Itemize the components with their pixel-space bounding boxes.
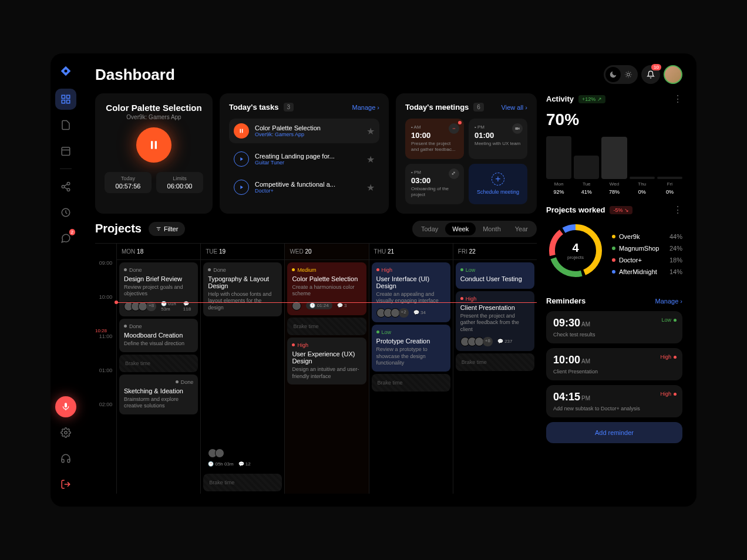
theme-light-button[interactable] (621, 67, 636, 82)
reminder-item[interactable]: Low 09:30AM Check test results (546, 311, 682, 343)
nav-dashboard[interactable] (55, 89, 76, 110)
calendar-event[interactable]: Done Typography & Layout Design Help wit… (203, 262, 282, 316)
timer-pause-button[interactable] (136, 127, 171, 163)
task-name: Competitive & functional a... (255, 181, 361, 188)
timer-limits-stat: Limits 06:00:00 (156, 172, 203, 193)
legend-dot (612, 247, 615, 250)
day-header: FRI 22 (453, 244, 537, 260)
meeting-item[interactable]: • PM 03:00 Onboarding of the project (405, 164, 464, 204)
star-icon[interactable]: ★ (366, 182, 375, 193)
reminder-item[interactable]: High 04:15PM Add new subtask to Doctor+ … (546, 385, 682, 417)
pause-icon[interactable] (234, 123, 249, 139)
reminders-manage-link[interactable]: Manage › (655, 298, 683, 305)
nav-settings[interactable] (55, 422, 76, 443)
activity-bar[interactable]: Thu 0% (630, 136, 655, 195)
calendar-event[interactable]: Low Prototype Creation Review a prototyp… (372, 325, 450, 372)
view-tab-year[interactable]: Year (508, 222, 535, 235)
projects-worked-section: Projects worked -5% ↘ ⋮ (546, 204, 682, 287)
reminder-priority: High (660, 354, 677, 360)
reminder-time: 10:00 (553, 354, 580, 366)
nav-share[interactable] (55, 176, 76, 197)
event-status: High (460, 296, 530, 302)
comment-icon: 💬 12 (238, 461, 251, 467)
svg-point-14 (627, 73, 630, 76)
activity-section: Activity +12% ↗ ⋮ 70% Mon 92% Tue 41% We… (546, 93, 682, 195)
meeting-item[interactable]: • PM 01:00 Meeting with UX team (469, 119, 527, 159)
nav-logout[interactable] (55, 474, 76, 495)
event-title: Conduct User Testing (460, 275, 530, 282)
meeting-item[interactable]: • AM 10:00 Present the project and gathe… (405, 119, 464, 159)
projects-worked-menu[interactable]: ⋮ (673, 204, 682, 215)
tasks-count: 3 (284, 103, 294, 112)
play-icon[interactable] (234, 151, 249, 167)
page-title: Dashboard (95, 66, 175, 84)
event-status: Done (208, 267, 277, 273)
calendar-event[interactable]: Done Moodboard Creation Define the visua… (119, 319, 198, 352)
filter-button[interactable]: Filter (149, 222, 185, 236)
nav-documents[interactable] (55, 114, 76, 136)
star-icon[interactable]: ★ (366, 154, 375, 165)
calendar-event[interactable]: Done Design Brief Review Review project … (119, 262, 198, 316)
calendar-event[interactable]: High Client Presentation Present the pro… (456, 291, 534, 351)
add-reminder-button[interactable]: Add reminder (546, 422, 682, 443)
svg-rect-25 (240, 129, 241, 133)
event-status: Low (376, 329, 446, 335)
reminder-time: 04:15 (553, 391, 580, 403)
calendar-event[interactable]: Low Conduct User Testing (456, 262, 534, 289)
meetings-viewall-link[interactable]: View all › (502, 104, 527, 111)
activity-bar[interactable]: Fri 0% (657, 136, 682, 195)
slack-icon (449, 168, 459, 179)
event-desc: Present the project and gather feedback … (460, 313, 530, 333)
task-item[interactable]: Creating Landing page for...Guitar Tuner… (229, 147, 379, 171)
view-tab-today[interactable]: Today (414, 222, 445, 235)
theme-dark-button[interactable] (605, 67, 621, 82)
timer-today-stat: Today 00:57:56 (105, 172, 152, 193)
meeting-desc: Present the project and gather feedbac..… (411, 141, 458, 153)
schedule-meeting-button[interactable]: + Schedule meeting (469, 164, 527, 204)
event-desc: Help with choose fonts and layout elemen… (208, 291, 277, 312)
project-legend-item: MagnumShop 24% (612, 245, 682, 252)
notifications-button[interactable]: 10 (641, 65, 660, 84)
tasks-manage-link[interactable]: Manage › (352, 104, 380, 111)
nav-support[interactable] (55, 448, 76, 469)
projects-donut: 4 projects (546, 221, 605, 280)
calendar-event[interactable]: High User Experience (UX) Design Design … (287, 338, 366, 384)
svg-rect-26 (242, 129, 243, 133)
user-avatar[interactable] (664, 65, 682, 84)
meetings-card: Today's meetings 6 View all › • AM 10:00… (396, 93, 537, 214)
mic-button[interactable] (55, 396, 76, 417)
nav-chat[interactable]: 2 (55, 228, 76, 249)
active-dot (458, 121, 462, 124)
view-tab-month[interactable]: Month (476, 222, 508, 235)
calendar-event[interactable]: Medium Color Palette Selection Create a … (287, 262, 366, 315)
activity-menu[interactable]: ⋮ (673, 93, 682, 104)
timer-card: Color Palette Selection Over9k: Gamers A… (95, 93, 213, 214)
brake-time: Brake time (119, 355, 198, 372)
calendar-event[interactable]: Done Sketching & Ideation Brainstorm and… (119, 375, 198, 414)
day-header: WED 20 (285, 244, 368, 260)
task-name: Color Palette Selection (255, 124, 361, 131)
nav-chat-badge: 2 (69, 229, 75, 235)
activity-bar[interactable]: Mon 92% (546, 136, 571, 195)
calendar-event[interactable]: High User Interface (UI) Design Create a… (372, 262, 450, 322)
time-badge: 🕐 01:24 (306, 302, 332, 309)
event-title: User Experience (UX) Design (292, 350, 361, 365)
nav-history[interactable] (55, 202, 76, 223)
svg-rect-24 (155, 141, 157, 149)
view-tab-week[interactable]: Week (445, 222, 476, 235)
svg-line-18 (630, 76, 631, 77)
status-dot (292, 343, 295, 346)
activity-bar[interactable]: Tue 41% (574, 136, 599, 195)
star-icon[interactable]: ★ (366, 126, 375, 137)
reminder-priority: Low (661, 317, 677, 323)
task-item[interactable]: Competitive & functional a...Doctor+ ★ (229, 175, 379, 200)
task-item[interactable]: Color Palette SelectionOver9k: Gamers Ap… (229, 119, 379, 143)
play-icon[interactable] (234, 180, 249, 195)
reminder-item[interactable]: High 10:00AM Client Presentation (546, 348, 682, 380)
status-dot (460, 268, 463, 271)
legend-dot (612, 270, 615, 274)
main-content: Dashboard 10 (81, 53, 696, 507)
nav-calendar[interactable] (55, 140, 76, 161)
activity-bar[interactable]: Wed 78% (601, 136, 627, 195)
now-line (116, 302, 537, 303)
